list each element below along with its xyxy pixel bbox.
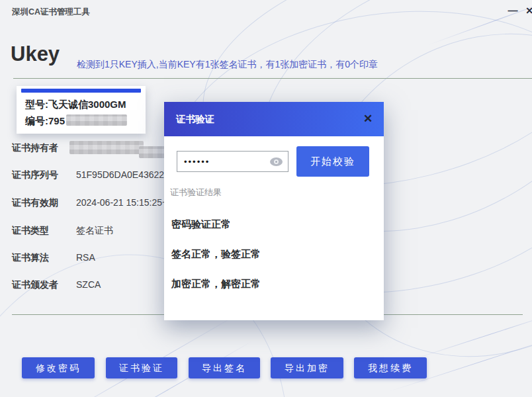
field-label-type: 证书类型 [12,225,49,237]
window-close-icon[interactable]: ✕ [523,4,532,17]
device-serial-prefix: 编号:795 [25,115,65,126]
verify-certificate-button[interactable]: 证书验证 [106,357,177,378]
page-title: Ukey [11,42,60,66]
start-verify-button[interactable]: 开始校验 [296,146,369,177]
export-signature-button[interactable]: 导出签名 [189,357,260,378]
eye-icon[interactable] [270,157,283,166]
field-value-type: 签名证书 [76,225,113,237]
dialog-title: 证书验证 [176,102,214,136]
field-label-algorithm: 证书算法 [12,252,49,264]
field-value-issuer: SZCA [76,279,101,290]
window-title: 深圳CA证书管理工具 [12,7,90,18]
minimize-icon[interactable]: — [507,4,519,17]
device-model: 型号:飞天诚信3000GM [25,99,126,111]
dialog-header: 证书验证 ✕ [164,102,384,136]
field-label-validity: 证书有效期 [12,197,58,209]
renew-button[interactable]: 我想续费 [354,357,427,378]
key-status-text: 检测到1只KEY插入,当前KEY有1张签名证书，有1张加密证书，有0个印章 [77,59,378,71]
masked-serial-value [66,114,127,126]
change-password-button[interactable]: 修改密码 [22,357,95,378]
export-encryption-button[interactable]: 导出加密 [271,357,343,378]
certificate-verification-dialog: 证书验证 ✕ 开始校验 证书验证结果 密码验证正常 签名正常，验签正常 加密正常… [164,102,384,320]
result-password-ok: 密码验证正常 [171,218,231,231]
field-value-serial: 51F95D6DA0E43622 [76,169,164,180]
device-serial: 编号:795 [25,114,127,128]
device-card-accent-bar [21,89,141,93]
field-label-holder: 证书持有者 [12,142,58,154]
dialog-close-icon[interactable]: ✕ [359,110,377,128]
field-value-validity: 2024-06-21 15:15:25~2 [76,197,173,208]
field-label-serial: 证书序列号 [12,169,58,181]
result-signature-ok: 签名正常，验签正常 [171,248,261,261]
verification-result-label: 证书验证结果 [170,187,222,198]
masked-holder-value [69,141,144,154]
header-separator [13,78,532,79]
field-value-algorithm: RSA [76,252,95,263]
field-label-issuer: 证书颁发者 [12,279,58,291]
result-encryption-ok: 加密正常，解密正常 [171,278,261,290]
device-card: 型号:飞天诚信3000GM 编号:795 [17,86,146,134]
